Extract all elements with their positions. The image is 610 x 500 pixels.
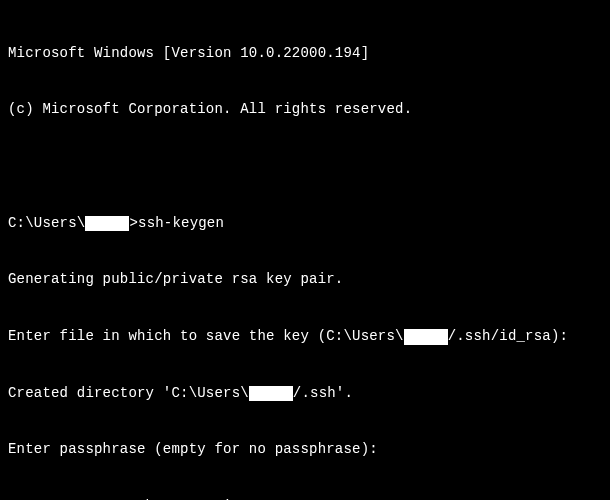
- generating-line: Generating public/private rsa key pair.: [8, 270, 602, 289]
- redacted-username: [85, 216, 129, 231]
- windows-version-line: Microsoft Windows [Version 10.0.22000.19…: [8, 44, 602, 63]
- redacted-username: [249, 386, 293, 401]
- enter-file-line: Enter file in which to save the key (C:\…: [8, 327, 602, 346]
- typed-command: ssh-keygen: [138, 214, 224, 233]
- passphrase-line-1: Enter passphrase (empty for no passphras…: [8, 440, 602, 459]
- prompt-prefix: C:\Users\: [8, 214, 85, 233]
- redacted-username: [404, 329, 448, 344]
- created-dir-line: Created directory 'C:\Users\/.ssh'.: [8, 384, 602, 403]
- terminal-output[interactable]: Microsoft Windows [Version 10.0.22000.19…: [8, 6, 602, 500]
- blank-line: [8, 157, 602, 176]
- copyright-line: (c) Microsoft Corporation. All rights re…: [8, 100, 602, 119]
- prompt-suffix: >: [129, 214, 138, 233]
- command-line: C:\Users\>ssh-keygen: [8, 214, 602, 233]
